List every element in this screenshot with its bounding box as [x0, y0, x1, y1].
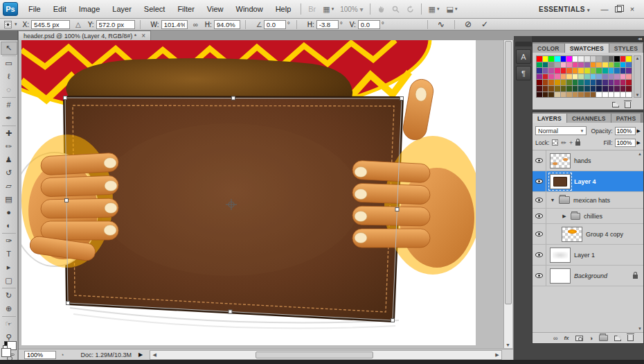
character-panel-button[interactable]: A: [516, 49, 531, 64]
tool-marquee[interactable]: ▭: [1, 57, 17, 70]
swatch[interactable]: [626, 56, 632, 62]
reference-point-locator[interactable]: [4, 21, 12, 28]
swatch[interactable]: [626, 74, 632, 80]
layer-style-button[interactable]: fx: [564, 335, 569, 341]
view-extras-button[interactable]: ▦▾: [319, 5, 337, 14]
swatch[interactable]: [602, 92, 608, 98]
tool-history-brush[interactable]: ↺: [1, 166, 17, 180]
visibility-toggle[interactable]: [533, 224, 546, 244]
swatch[interactable]: [561, 92, 566, 98]
tool-clone-stamp[interactable]: ♟: [1, 153, 17, 166]
swatch[interactable]: [609, 86, 614, 92]
swatch[interactable]: [591, 92, 596, 98]
swatch[interactable]: [609, 62, 614, 68]
collapse-group-triangle[interactable]: ▼: [550, 198, 555, 202]
swatch[interactable]: [584, 86, 590, 92]
swatch[interactable]: [537, 74, 542, 80]
swatch[interactable]: [620, 56, 626, 62]
swatch[interactable]: [548, 86, 554, 92]
swatch[interactable]: [620, 62, 626, 68]
swatch[interactable]: [537, 56, 542, 62]
adjustment-layer-button[interactable]: ◑: [589, 335, 593, 342]
minimize-button[interactable]: —: [600, 5, 609, 13]
scroll-down-arrow[interactable]: ▼: [638, 327, 642, 331]
visibility-toggle[interactable]: [533, 266, 546, 286]
tool-type[interactable]: T: [1, 248, 17, 261]
layer-row-mexican-hats[interactable]: ▼ mexican hats: [533, 192, 643, 209]
swatch[interactable]: [609, 74, 614, 80]
swatch[interactable]: [620, 92, 626, 98]
foreground-color-swatch[interactable]: [1, 348, 11, 357]
scroll-down-arrow[interactable]: ▼: [506, 343, 510, 347]
swatch[interactable]: [561, 68, 566, 73]
menu-select[interactable]: Select: [138, 5, 172, 13]
swatch[interactable]: [620, 80, 626, 85]
swatch[interactable]: [596, 92, 602, 98]
swatch[interactable]: [573, 68, 578, 73]
arrange-documents-button[interactable]: ▦▾: [425, 5, 443, 14]
swatch[interactable]: [578, 62, 584, 68]
swatch[interactable]: [537, 80, 542, 85]
v-skew-field[interactable]: [358, 20, 380, 29]
link-layers-button[interactable]: ∞: [553, 335, 557, 342]
swatch[interactable]: [596, 80, 602, 85]
rotation-field[interactable]: [264, 20, 286, 29]
tool-eraser[interactable]: ▱: [1, 180, 17, 193]
swatch[interactable]: [614, 62, 620, 68]
visibility-toggle[interactable]: [533, 192, 546, 208]
swatch[interactable]: [602, 74, 608, 80]
swatch[interactable]: [561, 62, 566, 68]
h-skew-field[interactable]: [316, 20, 339, 29]
swatch[interactable]: [602, 62, 608, 68]
swatch[interactable]: [614, 86, 620, 92]
visibility-toggle[interactable]: [533, 171, 546, 191]
blend-mode-dropdown[interactable]: Normal ▼: [535, 126, 587, 135]
swatch[interactable]: [602, 80, 608, 85]
swatch[interactable]: [537, 86, 542, 92]
zoom-tool-icon[interactable]: [388, 6, 403, 13]
swatch[interactable]: [584, 56, 590, 62]
swatch[interactable]: [548, 62, 554, 68]
new-swatch-button[interactable]: [612, 102, 619, 107]
swatch[interactable]: [573, 62, 578, 68]
transform-handle-bottom-right[interactable]: [391, 319, 395, 322]
delete-layer-button[interactable]: [627, 335, 634, 341]
add-layer-mask-button[interactable]: [575, 336, 583, 341]
layer-thumbnail[interactable]: [550, 153, 571, 168]
swatch[interactable]: [561, 56, 566, 62]
layer-row-hands[interactable]: hands: [533, 150, 643, 171]
height-field[interactable]: [214, 20, 240, 29]
close-document-icon[interactable]: ×: [141, 32, 145, 40]
tool-brush[interactable]: ✏: [1, 140, 17, 153]
swatch[interactable]: [591, 86, 596, 92]
swatch[interactable]: [614, 56, 620, 62]
tool-dodge[interactable]: ◐: [1, 219, 17, 232]
swatch[interactable]: [578, 74, 584, 80]
swatch[interactable]: [609, 92, 614, 98]
swatch[interactable]: [578, 68, 584, 73]
swatch[interactable]: [548, 80, 554, 85]
swatch[interactable]: [543, 74, 548, 80]
restore-button[interactable]: [615, 6, 622, 12]
swatch[interactable]: [626, 86, 632, 92]
layer-row-group-4-copy[interactable]: Group 4 copy: [533, 224, 643, 245]
swatch[interactable]: [626, 80, 632, 85]
swatch[interactable]: [537, 62, 542, 68]
swatch[interactable]: [555, 62, 560, 68]
panel-menu-icon[interactable]: ≡: [641, 116, 644, 123]
swatch[interactable]: [543, 68, 548, 73]
swatch[interactable]: [566, 68, 572, 73]
warp-mode-toggle[interactable]: ∿: [438, 19, 445, 29]
fill-popup-arrow[interactable]: ▶: [637, 140, 641, 146]
scroll-up-arrow[interactable]: ▲: [638, 152, 642, 156]
opacity-field[interactable]: [615, 127, 636, 135]
swatch[interactable]: [596, 62, 602, 68]
swatch[interactable]: [543, 86, 548, 92]
menu-image[interactable]: Image: [73, 5, 107, 13]
transform-handle-top-mid[interactable]: [232, 96, 235, 100]
menu-layer[interactable]: Layer: [106, 5, 138, 13]
swatch[interactable]: [609, 68, 614, 73]
zoom-level-dropdown[interactable]: 100% ▾: [337, 6, 366, 13]
swatch[interactable]: [614, 68, 620, 73]
swatch[interactable]: [566, 62, 572, 68]
